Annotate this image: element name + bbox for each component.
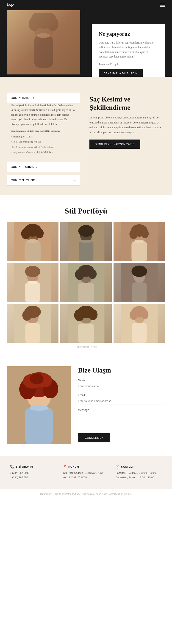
- portfolio-item-8[interactable]: [60, 304, 112, 343]
- svg-rect-58: [132, 323, 147, 343]
- accordion-item-haircut: CURLY HAIRCUT → Her müşterinin kıvırcık …: [7, 93, 80, 159]
- accordion-body-haircut: Her müşterinin kıvırcık tipine/tiplerine…: [7, 103, 80, 159]
- portfolio-item-9[interactable]: [113, 304, 165, 343]
- accordion-header-styling[interactable]: CURLY STYLING →: [7, 175, 80, 185]
- price-item-3: • 5-12 yaş arası çocuk (40-60 ABD doları…: [11, 145, 76, 149]
- svg-rect-41: [132, 282, 147, 302]
- portfolio-item-4[interactable]: [7, 263, 59, 302]
- accordion-header-training[interactable]: CURLY TRAINING →: [7, 162, 80, 172]
- svg-point-24: [141, 229, 149, 238]
- reserve-button[interactable]: ŞİMDİ REZERVASYON YAPIN: [89, 140, 140, 149]
- portfolio-title: Stil Portföyü: [7, 207, 165, 215]
- contact-section: Bize Ulaşın Name Email Message GÖNDERMEK: [0, 355, 172, 456]
- name-input[interactable]: [78, 383, 165, 390]
- accordion-label-haircut: CURLY HAIRCUT: [11, 96, 36, 100]
- svg-point-35: [75, 269, 84, 280]
- footer-title-phone: 📞 BİZİ ARAYIN: [10, 465, 56, 468]
- footer-address-2: York, NY 92103-9000: [63, 476, 109, 480]
- svg-point-50: [74, 309, 84, 321]
- services-section: CURLY HAIRCUT → Her müşterinin kıvırcık …: [0, 77, 172, 195]
- svg-point-17: [78, 225, 94, 237]
- portfolio-item-3[interactable]: [113, 222, 165, 261]
- accordion-arrow-training: →: [73, 165, 76, 169]
- svg-rect-13: [25, 241, 41, 261]
- portfolio-item-5[interactable]: [60, 263, 112, 302]
- svg-point-40: [132, 266, 147, 277]
- hero-title: Ne yapıyoruz: [99, 31, 158, 37]
- svg-rect-67: [25, 408, 53, 444]
- accordion-arrow-styling: →: [73, 178, 76, 182]
- footer-title-hours: 🕐 SAATLER: [116, 465, 162, 468]
- price-list: Fiyatlandırma stiliste göre değişiklik g…: [11, 129, 76, 154]
- portfolio-item-2[interactable]: [60, 222, 112, 261]
- hero-description: Duis aute irure dolor in reprehenderit i…: [99, 40, 158, 59]
- svg-point-57: [141, 310, 149, 319]
- portfolio-item-1[interactable]: [7, 222, 59, 261]
- footer-bottom-text: Sample text. Click to select the text bo…: [40, 493, 132, 495]
- logo: logo: [7, 3, 14, 8]
- name-group: Name: [78, 379, 165, 390]
- message-label: Message: [78, 408, 165, 412]
- footer-col-location: 📍 KONUM 121 Rock Caddesi, 21 Bulvarı, Ne…: [60, 462, 112, 482]
- svg-rect-46: [25, 323, 40, 343]
- accordion-label-training: CURLY TRAINING: [11, 166, 37, 168]
- phone-icon: 📞: [10, 465, 14, 468]
- footer-col-hours: 🕐 SAATLER Pazartesi – Cuma ..... 11:00 –…: [112, 462, 165, 482]
- svg-rect-25: [132, 242, 147, 261]
- location-icon: 📍: [63, 465, 67, 468]
- portfolio-item-7[interactable]: [7, 304, 59, 343]
- svg-point-19: [81, 240, 91, 243]
- price-title: Fiyatlandırma stiliste göre değişiklik g…: [11, 129, 76, 133]
- message-input[interactable]: [78, 412, 165, 426]
- svg-point-68: [30, 405, 48, 411]
- email-input[interactable]: [78, 398, 165, 405]
- services-description: Saç Kesimi ve Şekillendirme Lorem ipsum …: [89, 93, 165, 188]
- footer-label-phone: BİZİ ARAYIN: [16, 465, 33, 468]
- footer-label-hours: SAATLER: [121, 465, 134, 468]
- portfolio-item-6[interactable]: [113, 263, 165, 302]
- clock-icon: 🕐: [116, 465, 120, 468]
- hero-cta-button[interactable]: DAHA FAZLA BİLGİ EDİN: [99, 69, 143, 77]
- footer-address-1: 121 Rock Caddesi, 21 Bulvarı, New: [63, 471, 109, 476]
- services-title: Saç Kesimi ve Şekillendirme: [89, 95, 165, 112]
- svg-point-31: [28, 281, 37, 284]
- accordion-header-haircut[interactable]: CURLY HAIRCUT →: [7, 93, 80, 103]
- hamburger-menu[interactable]: [160, 4, 165, 7]
- portfolio-section: Stil Portföyü: [0, 195, 172, 355]
- svg-point-14: [27, 239, 38, 243]
- hero-content-box: Ne yapıyoruz Duis aute irure dolor in re…: [92, 24, 165, 77]
- price-item-1: • Yetişkin (70-110$)+: [11, 134, 76, 139]
- footer-title-location: 📍 KONUM: [63, 465, 109, 468]
- contact-title: Bize Ulaşın: [78, 366, 165, 374]
- svg-point-26: [134, 240, 145, 243]
- footer-label-location: KONUM: [68, 465, 79, 468]
- svg-rect-37: [78, 283, 94, 302]
- portfolio-source: Ten görüntüler Freepik: [7, 346, 165, 348]
- svg-point-51: [88, 309, 97, 320]
- footer-bottom: Sample text. Click to select the text bo…: [0, 489, 172, 499]
- contact-image: [7, 366, 71, 444]
- hero-image: [7, 10, 80, 74]
- accordion-area: CURLY HAIRCUT → Her müşterinin kıvırcık …: [7, 93, 80, 188]
- hero-section: Ne yapıyoruz Duis aute irure dolor in re…: [0, 10, 172, 77]
- submit-button[interactable]: GÖNDERMEK: [78, 433, 110, 442]
- svg-rect-18: [79, 242, 93, 261]
- accordion-item-training: CURLY TRAINING →: [7, 162, 80, 172]
- email-label: Email: [78, 394, 165, 397]
- price-item-4: • 1-4 yaş arası küçük çocuk (40-55 dolar…: [11, 150, 76, 154]
- svg-point-23: [130, 229, 138, 239]
- footer-col-phone: 📞 BİZİ ARAYIN 1 (234) 567-891, 1 (234) 9…: [7, 462, 60, 482]
- hero-photo: [7, 10, 80, 74]
- svg-point-36: [88, 269, 97, 279]
- footer-hours-1: Pazartesi – Cuma ..... 11:00 – 20:00,: [116, 471, 162, 476]
- accordion-label-styling: CURLY STYLING: [11, 179, 35, 182]
- svg-rect-6: [34, 36, 53, 68]
- accordion-body-text-haircut: Her müşterinin kıvırcık tipine/tiplerine…: [11, 103, 76, 126]
- services-inner: CURLY HAIRCUT → Her müşterinin kıvırcık …: [0, 93, 172, 188]
- message-group: Message: [78, 408, 165, 427]
- name-label: Name: [78, 379, 165, 382]
- svg-point-45: [22, 310, 31, 321]
- hero-source: Ten resim Freepik: [99, 62, 158, 66]
- services-text: Lorem ipsum dolor sit amet, consectetur …: [89, 115, 165, 135]
- accordion-item-styling: CURLY STYLING →: [7, 175, 80, 186]
